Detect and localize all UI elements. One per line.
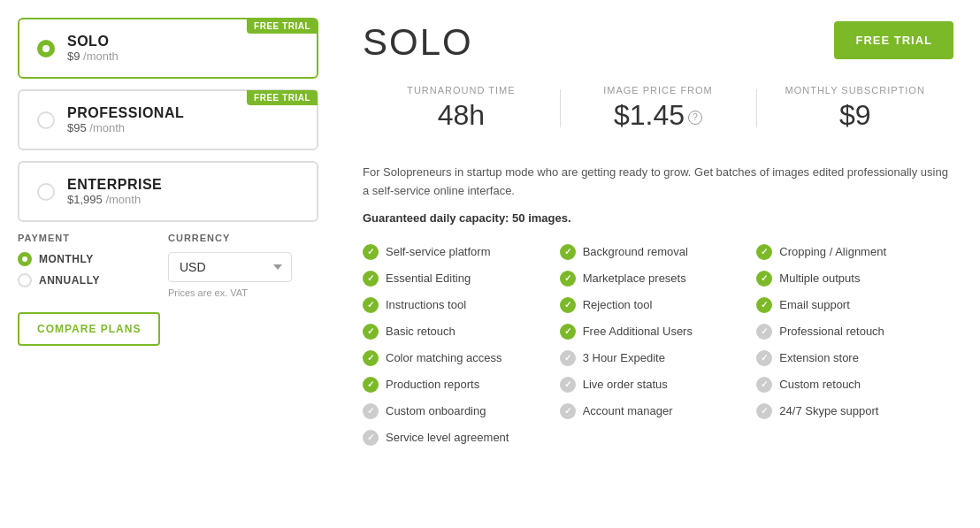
professional-badge: FREE TRIAL: [247, 90, 318, 105]
stat-label: IMAGE PRICE FROM: [560, 85, 757, 96]
check-inactive-icon: [756, 324, 772, 340]
feature-col-1: Background removalMarketplace presetsRej…: [560, 239, 757, 451]
enterprise-name: ENTERPRISE: [67, 177, 162, 193]
feature-label: Free Additional Users: [583, 325, 693, 338]
feature-item: Essential Editing: [363, 265, 560, 292]
currency-section: CURRENCY USD EUR GBP Prices are ex. VAT: [168, 233, 318, 298]
plan-card-enterprise[interactable]: ENTERPRISE$1,995 /month: [18, 161, 318, 222]
feature-item: Account manager: [560, 398, 757, 425]
check-active-icon: [363, 350, 379, 366]
solo-info: SOLO$9 /month: [67, 34, 119, 63]
check-active-icon: [756, 244, 772, 260]
feature-label: Background removal: [583, 245, 688, 258]
feature-item: Instructions tool: [363, 292, 560, 318]
free-trial-button[interactable]: FREE TRIAL: [834, 21, 953, 59]
guaranteed-capacity: Guaranteed daily capacity: 50 images.: [363, 211, 953, 225]
annually-radio[interactable]: [18, 273, 32, 287]
feature-item: Free Additional Users: [560, 318, 757, 345]
feature-label: Account manager: [583, 404, 673, 417]
feature-item: Professional retouch: [756, 318, 953, 345]
payment-option-annually[interactable]: ANNUALLY: [18, 273, 168, 287]
stat-value: $9: [756, 99, 953, 132]
feature-label: Custom onboarding: [386, 404, 486, 417]
enterprise-info: ENTERPRISE$1,995 /month: [67, 177, 162, 206]
feature-item: Email support: [756, 292, 953, 318]
check-active-icon: [363, 377, 379, 393]
stat-label: TURNAROUND TIME: [363, 85, 560, 96]
monthly-radio[interactable]: [18, 252, 32, 266]
check-active-icon: [560, 297, 576, 313]
feature-item: Custom retouch: [756, 371, 953, 398]
check-inactive-icon: [560, 350, 576, 366]
plan-header: SOLO FREE TRIAL: [363, 21, 953, 64]
feature-label: Instructions tool: [386, 298, 466, 311]
feature-item: Production reports: [363, 371, 560, 398]
currency-label: CURRENCY: [168, 233, 318, 243]
check-active-icon: [560, 271, 576, 287]
feature-label: Email support: [779, 298, 849, 311]
feature-item: Rejection tool: [560, 292, 757, 318]
feature-item: Self-service platform: [363, 239, 560, 265]
solo-badge: FREE TRIAL: [247, 19, 318, 34]
check-inactive-icon: [560, 377, 576, 393]
feature-item: 24/7 Skype support: [756, 398, 953, 425]
check-inactive-icon: [756, 403, 772, 419]
annually-label: ANNUALLY: [39, 274, 100, 287]
payment-option-monthly[interactable]: MONTHLY: [18, 252, 168, 266]
check-active-icon: [560, 324, 576, 340]
check-inactive-icon: [756, 377, 772, 393]
feature-label: Essential Editing: [386, 272, 471, 285]
feature-item: Background removal: [560, 239, 757, 265]
feature-label: 3 Hour Expedite: [583, 351, 665, 364]
feature-item: Extension store: [756, 345, 953, 371]
check-active-icon: [363, 244, 379, 260]
stats-row: TURNAROUND TIME48hIMAGE PRICE FROM$1.45?…: [363, 85, 953, 146]
question-icon[interactable]: ?: [688, 111, 702, 125]
solo-name: SOLO: [67, 34, 119, 50]
currency-select[interactable]: USD EUR GBP: [168, 252, 292, 282]
stat-value: 48h: [363, 99, 560, 132]
payment-label: PAYMENT: [18, 233, 168, 243]
feature-label: Color matching access: [386, 351, 502, 364]
check-inactive-icon: [363, 403, 379, 419]
feature-label: Professional retouch: [779, 325, 884, 338]
stat-image-price-from: IMAGE PRICE FROM$1.45?: [560, 85, 757, 132]
check-active-icon: [363, 271, 379, 287]
payment-section: PAYMENT MONTHLYANNUALLY: [18, 233, 168, 298]
compare-plans-button[interactable]: COMPARE PLANS: [18, 312, 160, 346]
feature-col-0: Self-service platformEssential EditingIn…: [363, 239, 560, 451]
plan-card-professional[interactable]: FREE TRIALPROFESSIONAL$95 /month: [18, 89, 318, 150]
feature-item: Live order status: [560, 371, 757, 398]
plan-card-solo[interactable]: FREE TRIALSOLO$9 /month: [18, 18, 318, 79]
feature-label: Basic retouch: [386, 325, 456, 338]
feature-label: Extension store: [779, 351, 859, 364]
professional-name: PROFESSIONAL: [67, 105, 184, 121]
feature-item: Color matching access: [363, 345, 560, 371]
stat-value: $1.45?: [560, 99, 757, 132]
vat-note: Prices are ex. VAT: [168, 287, 318, 298]
professional-radio[interactable]: [37, 111, 55, 129]
stat-turnaround-time: TURNAROUND TIME48h: [363, 85, 560, 132]
stat-label: MONTHLY SUBSCRIPTION: [756, 85, 953, 96]
feature-label: Marketplace presets: [583, 272, 686, 285]
feature-label: 24/7 Skype support: [779, 404, 878, 417]
feature-label: Service level agreement: [386, 431, 509, 444]
feature-label: Multiple outputs: [779, 272, 860, 285]
feature-item: Basic retouch: [363, 318, 560, 345]
stat-monthly-subscription: MONTHLY SUBSCRIPTION$9: [756, 85, 953, 132]
feature-label: Production reports: [386, 378, 479, 391]
feature-item: Cropping / Alignment: [756, 239, 953, 265]
check-active-icon: [363, 324, 379, 340]
features-grid: Self-service platformEssential EditingIn…: [363, 239, 953, 451]
check-active-icon: [756, 271, 772, 287]
feature-label: Cropping / Alignment: [779, 245, 886, 258]
check-active-icon: [560, 244, 576, 260]
check-inactive-icon: [560, 403, 576, 419]
solo-radio[interactable]: [37, 40, 55, 57]
feature-item: Custom onboarding: [363, 398, 560, 425]
feature-label: Custom retouch: [779, 378, 861, 391]
feature-item: Marketplace presets: [560, 265, 757, 292]
enterprise-radio[interactable]: [37, 183, 55, 201]
professional-info: PROFESSIONAL$95 /month: [67, 105, 184, 134]
check-inactive-icon: [363, 430, 379, 446]
